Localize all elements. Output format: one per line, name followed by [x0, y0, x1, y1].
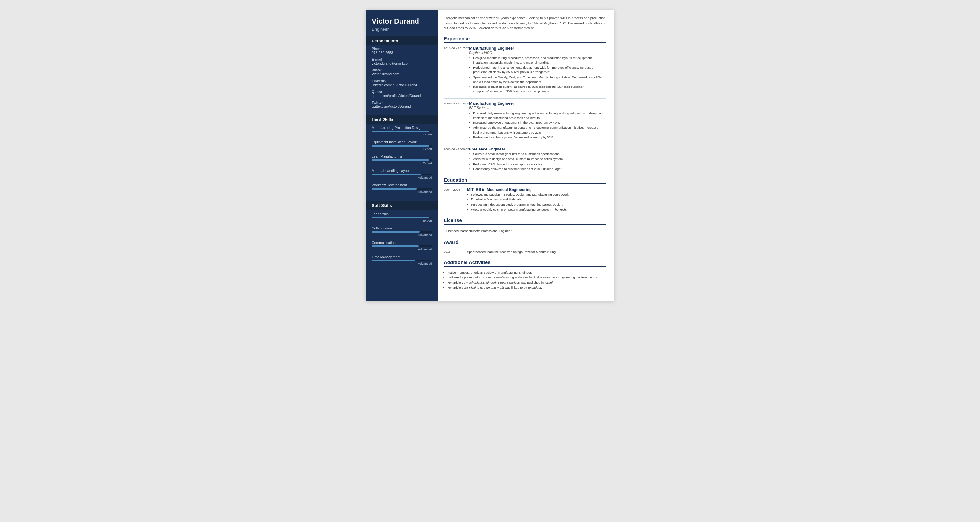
bullet: My article 10 Mechanical Engineering Bes…	[447, 280, 606, 285]
soft-skill-bar-fill-3	[372, 260, 415, 262]
bullet: Followed my passion in Product Design an…	[471, 192, 606, 197]
soft-skill-bar-fill-2	[372, 246, 419, 247]
info-item-www: WWW VictorDurand.com	[372, 68, 432, 76]
exp-job-title-1: Manufacturing Engineer	[469, 101, 606, 106]
soft-skill-level-1: Advanced	[372, 233, 432, 237]
summary-text: Energetic mechanical engineer with 9+ ye…	[444, 16, 606, 31]
soft-skill-level-0: Expert	[372, 219, 432, 222]
additional-bullets: Active member, American Society of Manuf…	[444, 270, 606, 290]
skill-bar-bg-4	[372, 188, 432, 190]
soft-skill-bar-bg-2	[372, 246, 432, 247]
skill-level-2: Expert	[372, 161, 432, 165]
twitter-label: Twitter	[372, 100, 432, 105]
bullet: Designed manufacturing procedures, proce…	[473, 56, 606, 65]
award-section-title: Award	[444, 239, 606, 246]
soft-skill-bar-fill-1	[372, 231, 420, 233]
twitter-value: twitter.com/VictorJDurand	[372, 105, 432, 108]
skill-bar-fill-2	[372, 159, 429, 161]
divider	[444, 98, 606, 98]
exp-bullets-2: Sourced a small motor gear box for a cus…	[469, 152, 606, 171]
bullet: Performed CAD design for a new sports vi…	[473, 162, 606, 167]
email-label: E-mail	[372, 57, 432, 61]
divider	[444, 144, 606, 144]
skill-communication: Communication Advanced	[372, 241, 432, 251]
skill-leadership: Leadership Expert	[372, 212, 432, 222]
soft-skill-bar-fill-0	[372, 217, 429, 218]
exp-company-0: Raytheon IADC	[469, 51, 606, 54]
main-content: Energetic mechanical engineer with 9+ ye…	[438, 10, 614, 301]
soft-skill-name-1: Collaboration	[372, 226, 432, 230]
skill-bar-bg-1	[372, 145, 432, 147]
skill-bar-fill-3	[372, 174, 421, 175]
skill-material-handling-layout: Material Handling Layout Advanced	[372, 169, 432, 179]
skill-level-1: Expert	[372, 147, 432, 151]
skill-bar-fill-4	[372, 188, 417, 190]
bullet: Wrote a weekly column on Lean Manufactur…	[471, 207, 606, 212]
skill-bar-fill-0	[372, 130, 429, 132]
quora-value: quora.com/profile/VictorJDurand	[372, 94, 432, 98]
exp-details-2: Freelance Engineer Sourced a small motor…	[469, 147, 606, 172]
bullet: Assisted with design of a small custom m…	[473, 157, 606, 161]
edu-dates-0: 2004 - 2008	[444, 187, 467, 212]
experience-section-title: Experience	[444, 36, 606, 43]
skill-bar-bg-3	[372, 174, 432, 175]
phone-value: 978-289-2658	[372, 51, 432, 54]
edu-details-0: MIT, BS in Mechanical Engineering Follow…	[467, 187, 606, 212]
award-section: Award 2015 Spearheaded team that receive…	[444, 239, 606, 254]
skill-level-4: Advanced	[372, 190, 432, 194]
soft-skill-level-2: Advanced	[372, 248, 432, 251]
candidate-name: Victor Durand	[372, 17, 432, 25]
bullet: Administered the manufacturing departmen…	[473, 125, 606, 135]
exp-dates-1: 2009-05 - 2014-06	[444, 101, 469, 140]
soft-skill-name-2: Communication	[372, 241, 432, 244]
phone-label: Phone	[372, 47, 432, 51]
award-entry-0: 2015 Spearheaded team that received Shin…	[444, 250, 606, 254]
skill-bar-bg-0	[372, 130, 432, 132]
exp-entry-0: 2014-06 - 2017-07 Manufacturing Engineer…	[444, 46, 606, 94]
skill-bar-fill-1	[372, 145, 429, 147]
soft-skill-bar-bg-3	[372, 260, 432, 262]
resume-wrapper: Victor Durand Engineer Personal Info Pho…	[366, 10, 614, 301]
award-year-0: 2015	[444, 250, 467, 254]
skill-name-4: Workflow Development	[372, 183, 432, 187]
license-section-title: License	[444, 217, 606, 225]
additional-section-title: Additional Activities	[444, 260, 606, 267]
bullet: Increased employee engagement in the Lea…	[473, 121, 606, 125]
skill-level-3: Advanced	[372, 176, 432, 179]
soft-skills-section-title: Soft Skills	[366, 201, 438, 210]
edu-bullets-0: Followed my passion in Product Design an…	[467, 192, 606, 212]
personal-info-section-title: Personal Info	[366, 36, 438, 45]
soft-skill-bar-bg-1	[372, 231, 432, 233]
bullet: Delivered a presentation on Lean Manufac…	[447, 275, 606, 280]
bullet: Executed daily manufacturing engineering…	[473, 111, 606, 121]
skill-lean-manufacturing: Lean Manufacturing Expert	[372, 154, 432, 165]
bullet: Increased production quality, measured b…	[473, 84, 606, 94]
skill-name-2: Lean Manufacturing	[372, 154, 432, 158]
exp-dates-2: 2008-06 - 2009-05	[444, 147, 469, 172]
exp-job-title-2: Freelance Engineer	[469, 147, 606, 151]
bullet: Pursued an independent study program in …	[471, 202, 606, 207]
edu-entry-0: 2004 - 2008 MIT, BS in Mechanical Engine…	[444, 187, 606, 212]
exp-bullets-0: Designed manufacturing procedures, proce…	[469, 56, 606, 94]
exp-entry-2: 2008-06 - 2009-05 Freelance Engineer Sou…	[444, 147, 606, 172]
bullet: Excelled in Mechanics and Materials.	[471, 197, 606, 202]
info-item-linkedin: LinkedIn linkedin.com/in/VictorJDurand	[372, 79, 432, 87]
email-value: victorjdurand@gmail.com	[372, 61, 432, 65]
license-section: License Licensed Massachusetts Professio…	[444, 217, 606, 234]
info-item-twitter: Twitter twitter.com/VictorJDurand	[372, 100, 432, 108]
skill-time-management: Time Management Advanced	[372, 255, 432, 265]
www-label: WWW	[372, 68, 432, 72]
skill-name-1: Equipment Installation Layout	[372, 140, 432, 144]
soft-skill-bar-bg-0	[372, 217, 432, 218]
edu-degree-0: MIT, BS in Mechanical Engineering	[467, 187, 606, 192]
info-item-quora: Quora quora.com/profile/VictorJDurand	[372, 90, 432, 98]
candidate-title: Engineer	[372, 27, 432, 32]
exp-details-1: Manufacturing Engineer BAE Systems Execu…	[469, 101, 606, 140]
bullet: Active member, American Society of Manuf…	[447, 270, 606, 275]
sidebar-header: Victor Durand Engineer	[366, 10, 438, 36]
soft-skill-name-0: Leadership	[372, 212, 432, 216]
skill-workflow-development: Workflow Development Advanced	[372, 183, 432, 194]
exp-bullets-1: Executed daily manufacturing engineering…	[469, 111, 606, 140]
skill-bar-bg-2	[372, 159, 432, 161]
bullet: Sourced a small motor gear box for a cus…	[473, 152, 606, 156]
